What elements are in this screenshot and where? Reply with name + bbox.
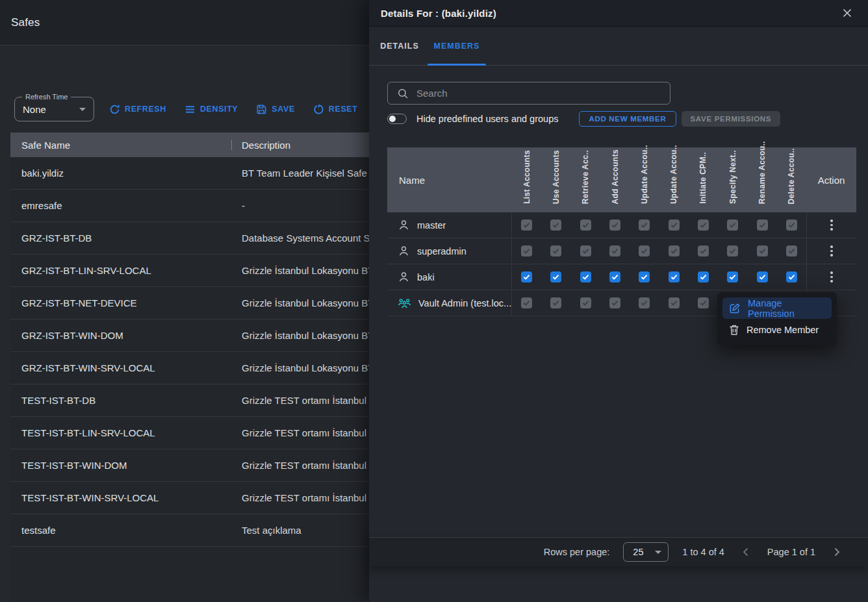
pagination-range: 1 to 4 of 4 [682,547,724,557]
row-context-menu: Manage PermissionRemove Member [717,292,837,345]
search-input[interactable] [416,88,662,99]
safe-description-cell: Test açıklama [242,525,301,536]
reset-button[interactable]: RESET [313,104,358,115]
permission-checkbox [609,245,620,257]
safe-description-cell: Grizzle İstanbul Lokasyonu BT W [242,362,385,373]
permission-checkbox[interactable] [550,271,561,282]
permission-checkbox[interactable] [669,271,680,282]
permission-column-label: Update Accou.. [669,145,678,204]
permission-column-header: Rename Accou.. [747,147,776,212]
permission-column-header: Specify Next.. [718,147,747,212]
menu-item-remove-member[interactable]: Remove Member [722,319,832,340]
panel-header: Details For : (baki.yildiz) [369,0,868,27]
safe-description-cell: Grizzle İstanbul Lokasyonu BT Ne [242,297,389,308]
permission-checkbox[interactable] [639,271,650,282]
permission-checkbox[interactable] [727,271,738,282]
user-icon [398,219,410,231]
permission-cell [659,212,688,238]
permission-cell [777,238,806,264]
permission-checkbox [698,297,709,308]
permission-cell [541,212,570,238]
search-icon [397,88,409,99]
refresh-button[interactable]: REFRESH [109,104,166,115]
permission-cell [630,238,659,264]
permission-checkbox [786,245,797,257]
permission-checkbox [580,297,591,308]
permission-checkbox [609,297,620,308]
permission-checkbox [669,219,680,231]
member-name: Vault Admin (test.loc... [418,298,511,308]
hide-predefined-label: Hide predefined users and groups [416,114,558,124]
members-header-action: Action [806,147,856,212]
button-label: REFRESH [125,105,166,114]
refresh-icon [109,104,120,115]
permission-cell [777,212,806,238]
permission-cell [718,238,747,264]
permission-checkbox[interactable] [757,271,768,282]
safe-description-cell: Grizzle TEST ortamı İstanbul Lok [242,492,385,503]
permission-checkbox [786,219,797,231]
permission-checkbox [521,297,532,308]
column-header-safe-name: Safe Name [21,140,70,151]
permission-cell [600,238,630,264]
safe-name-cell: baki.yildiz [21,168,64,179]
permission-checkbox[interactable] [521,271,532,282]
safe-name-cell: TEST-IST-BT-DB [21,395,96,406]
row-menu-icon[interactable] [828,269,836,285]
tab-members[interactable]: MEMBERS [428,27,486,66]
member-name: master [417,220,446,231]
members-header-name: Name [387,147,512,212]
safe-name-cell: GRZ-IST-BT-LIN-SRV-LOCAL [21,265,151,276]
close-icon[interactable] [839,5,855,21]
member-action-cell [806,212,856,238]
button-label: RESET [329,105,358,114]
permission-checkbox [580,245,591,257]
safe-name-cell: TEST-IST-BT-WIN-DOM [21,460,127,471]
permission-checkbox [639,219,650,231]
permission-checkbox [550,297,561,308]
refresh-time-select[interactable]: Refresh Time None [14,97,94,121]
next-page-icon[interactable] [829,544,845,560]
permission-column-header: Initiate CPM.. [689,147,718,212]
row-menu-icon[interactable] [828,243,836,259]
density-button[interactable]: DENSITY [185,104,238,115]
safe-name-cell: emresafe [21,200,62,211]
user-group-icon [398,297,411,309]
permission-column-header: List Accounts [512,147,541,212]
permission-cell [541,238,570,264]
permission-cell [659,264,688,290]
permission-checkbox[interactable] [698,271,709,282]
pagination-page: Page 1 of 1 [767,547,815,557]
refresh-time-value: None [23,104,46,115]
hide-predefined-toggle[interactable] [387,114,407,124]
save-button[interactable]: SAVE [256,104,295,115]
chevron-down-icon [79,108,86,111]
permission-cell [512,290,541,316]
permission-cell [747,212,776,238]
member-row: superadmin [387,238,856,264]
permission-column-label: Specify Next.. [728,150,737,204]
permission-column-header: Update Accou.. [630,147,659,212]
pagination-bar: Rows per page: 25 1 to 4 of 4 Page 1 of … [369,537,868,566]
row-menu-icon[interactable] [828,217,836,233]
permission-checkbox[interactable] [580,271,591,282]
permission-cell [571,238,600,264]
save-icon [256,104,267,115]
rows-per-page-select[interactable]: 25 [623,542,669,562]
add-new-member-button[interactable]: ADD NEW MEMBER [579,111,676,127]
permission-cell [541,264,570,290]
safe-description-cell: Grizzle İstanbul Lokasyonu BT W [242,330,385,341]
permission-checkbox[interactable] [609,271,620,282]
menu-item-manage-permission[interactable]: Manage Permission [722,297,832,319]
permission-cell [630,264,659,290]
permission-checkbox [698,219,709,231]
permission-cell [630,290,659,316]
permission-checkbox[interactable] [786,271,797,282]
members-table-header: NameList AccountsUse AccountsRetrieve Ac… [387,147,856,212]
permission-cell [571,264,600,290]
page-title: Safes [11,16,40,29]
permission-column-header: Retrieve Acc.. [571,147,600,212]
permission-checkbox [550,245,561,257]
tab-details[interactable]: DETAILS [383,27,416,66]
previous-page-icon[interactable] [738,544,754,560]
